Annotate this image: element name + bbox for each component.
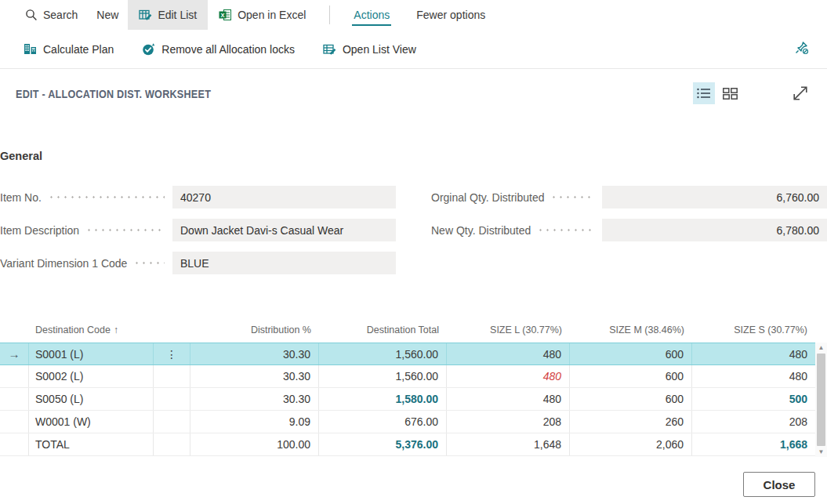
unpin-button[interactable] — [794, 40, 810, 58]
cell-size-s[interactable]: 208 — [692, 411, 815, 433]
cell-size-s[interactable]: 1,668 — [692, 433, 815, 455]
calculate-plan-label: Calculate Plan — [43, 43, 114, 56]
column-header-distribution-pct[interactable]: Distribution % — [190, 317, 319, 343]
cell-distribution-pct[interactable]: 9.09 — [190, 411, 319, 433]
title-bar: EDIT - ALLOCATION DIST. WORKSHEET — [0, 69, 827, 118]
allocation-worksheet-page: Search New Edit List X Open in Excel Act… — [0, 0, 827, 504]
actions-menu[interactable]: Actions — [352, 4, 391, 26]
board-view-toggle[interactable] — [719, 82, 741, 104]
cell-distribution-pct[interactable]: 30.30 — [190, 365, 319, 387]
variant-dimension-field-row: Variant Dimension 1 Code BLUE — [0, 252, 396, 274]
new-qty-field-row: New Qty. Distributed 6,780.00 — [431, 219, 827, 241]
cell-size-s[interactable]: 480 — [692, 365, 815, 387]
search-label: Search — [43, 9, 78, 21]
excel-icon: X — [219, 9, 232, 21]
original-qty-field[interactable]: 6,760.00 — [602, 186, 827, 208]
toolbar-divider — [329, 5, 330, 24]
edit-table-icon — [139, 9, 152, 21]
open-list-view-button[interactable]: Open List View — [323, 43, 416, 56]
list-view-edit-icon — [323, 43, 336, 56]
dotted-leader — [550, 196, 594, 198]
cell-size-l[interactable]: 1,648 — [447, 433, 570, 455]
cell-destination-code[interactable]: W0001 (W) — [29, 411, 154, 433]
cell-destination-total[interactable]: 676.00 — [319, 411, 447, 433]
new-button[interactable]: New — [87, 0, 128, 30]
view-switcher — [693, 82, 811, 104]
search-icon — [25, 9, 38, 21]
search-button[interactable]: Search — [16, 0, 87, 30]
item-description-field[interactable]: Down Jacket Davi-s Casual Wear — [172, 219, 396, 241]
scrollbar-thumb[interactable] — [817, 354, 825, 446]
cell-destination-total[interactable]: 5,376.00 — [319, 433, 447, 455]
fewer-options-button[interactable]: Fewer options — [416, 9, 485, 21]
dotted-leader — [537, 229, 594, 231]
dotted-leader — [133, 262, 165, 264]
general-section-heading: General — [0, 150, 42, 162]
original-qty-label: Orginal Qty. Distributed — [431, 191, 544, 204]
new-qty-label: New Qty. Distributed — [431, 224, 531, 237]
cell-destination-total[interactable]: 1,560.00 — [319, 343, 447, 364]
expand-diagonal-icon — [791, 84, 810, 103]
variant-dimension-field[interactable]: BLUE — [172, 252, 396, 274]
cell-destination-code[interactable]: S0050 (L) — [29, 388, 154, 410]
cell-size-m[interactable]: 260 — [570, 411, 692, 433]
edit-list-label: Edit List — [158, 9, 197, 21]
column-header-size-s[interactable]: SIZE S (30.77%) — [692, 317, 815, 343]
svg-text:X: X — [221, 12, 225, 19]
item-no-label: Item No. — [0, 191, 42, 204]
new-label: New — [96, 9, 118, 21]
close-button[interactable]: Close — [743, 472, 815, 497]
open-in-excel-label: Open in Excel — [238, 9, 306, 21]
cell-destination-total[interactable]: 1,580.00 — [319, 388, 447, 410]
dotted-leader — [85, 229, 165, 231]
cell-destination-code[interactable]: TOTAL — [29, 433, 154, 455]
column-header-destination-code[interactable]: Destination Code ↑ — [29, 317, 154, 343]
vertical-scrollbar[interactable]: ▲ ▼ — [815, 343, 827, 457]
cell-size-s[interactable]: 500 — [692, 388, 815, 410]
board-view-icon — [723, 88, 738, 100]
scroll-down-icon[interactable]: ▼ — [815, 447, 827, 457]
cell-size-m[interactable]: 2,060 — [570, 433, 692, 455]
item-description-field-row: Item Description Down Jacket Davi-s Casu… — [0, 219, 396, 241]
cell-size-l[interactable]: 480 — [447, 365, 570, 387]
calculate-plan-button[interactable]: Calculate Plan — [24, 42, 114, 56]
item-no-field[interactable]: 40270 — [172, 186, 396, 208]
expand-button[interactable] — [789, 82, 811, 104]
cell-size-s[interactable]: 480 — [692, 343, 815, 364]
cell-size-m[interactable]: 600 — [570, 388, 692, 410]
cell-distribution-pct[interactable]: 100.00 — [190, 433, 319, 455]
unlock-check-icon — [142, 42, 155, 56]
edit-list-button[interactable]: Edit List — [128, 0, 208, 30]
cell-size-l[interactable]: 208 — [447, 411, 570, 433]
table-row: W0001 (W) 9.09 676.00 208 260 208 — [0, 411, 815, 433]
scroll-up-icon[interactable]: ▲ — [815, 343, 827, 353]
active-row-arrow-icon: → — [9, 347, 20, 361]
cell-destination-code[interactable]: S0002 (L) — [29, 365, 154, 387]
cell-size-m[interactable]: 600 — [570, 343, 692, 364]
cell-size-m[interactable]: 600 — [570, 365, 692, 387]
calculate-plan-icon — [24, 42, 37, 56]
cell-destination-total[interactable]: 1,560.00 — [319, 365, 447, 387]
cell-distribution-pct[interactable]: 30.30 — [190, 343, 319, 364]
cell-size-l[interactable]: 480 — [447, 388, 570, 410]
command-bar: Search New Edit List X Open in Excel Act… — [0, 0, 827, 30]
list-view-icon — [697, 88, 711, 99]
variant-dimension-label: Variant Dimension 1 Code — [0, 257, 127, 270]
item-description-label: Item Description — [0, 224, 79, 237]
cell-distribution-pct[interactable]: 30.30 — [190, 388, 319, 410]
open-in-excel-button[interactable]: X Open in Excel — [208, 0, 317, 30]
remove-allocation-locks-button[interactable]: Remove all Allocation locks — [142, 42, 295, 56]
column-header-size-l[interactable]: SIZE L (30.77%) — [447, 317, 570, 343]
cell-destination-code[interactable]: S0001 (L) — [29, 343, 154, 364]
table-row-total: TOTAL 100.00 5,376.00 1,648 2,060 1,668 — [0, 433, 815, 456]
row-options-kebab-icon[interactable]: ⋮ — [166, 348, 177, 361]
table-row: → S0001 (L) ⋮ 30.30 1,560.00 480 600 480 — [0, 343, 815, 365]
new-qty-field[interactable]: 6,780.00 — [602, 219, 827, 241]
column-header-size-m[interactable]: SIZE M (38.46%) — [570, 317, 692, 343]
cell-size-l[interactable]: 480 — [447, 343, 570, 364]
actions-bar: Calculate Plan Remove all Allocation loc… — [0, 30, 827, 69]
list-view-toggle[interactable] — [693, 82, 715, 104]
column-header-destination-total[interactable]: Destination Total — [319, 317, 447, 343]
table-row: S0002 (L) 30.30 1,560.00 480 600 480 — [0, 365, 815, 388]
sort-ascending-icon: ↑ — [114, 325, 118, 335]
